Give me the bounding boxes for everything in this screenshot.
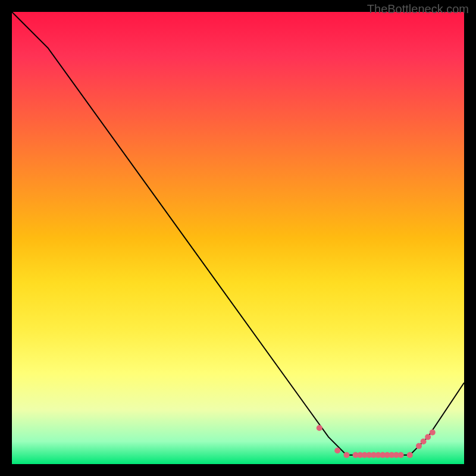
- marker-point: [343, 452, 349, 458]
- marker-point: [407, 452, 413, 458]
- marker-point: [430, 430, 436, 436]
- chart-svg: [12, 12, 464, 464]
- marker-point: [421, 439, 427, 444]
- marker-point: [425, 434, 431, 440]
- marker-point: [317, 425, 322, 431]
- marker-point: [334, 447, 340, 453]
- watermark-text: TheBottleneck.com: [367, 2, 469, 16]
- marker-point: [416, 443, 422, 449]
- marker-point: [398, 452, 404, 458]
- bottleneck-curve-line: [12, 12, 464, 455]
- highlighted-points-group: [317, 425, 436, 458]
- chart-plot-area: [12, 12, 464, 464]
